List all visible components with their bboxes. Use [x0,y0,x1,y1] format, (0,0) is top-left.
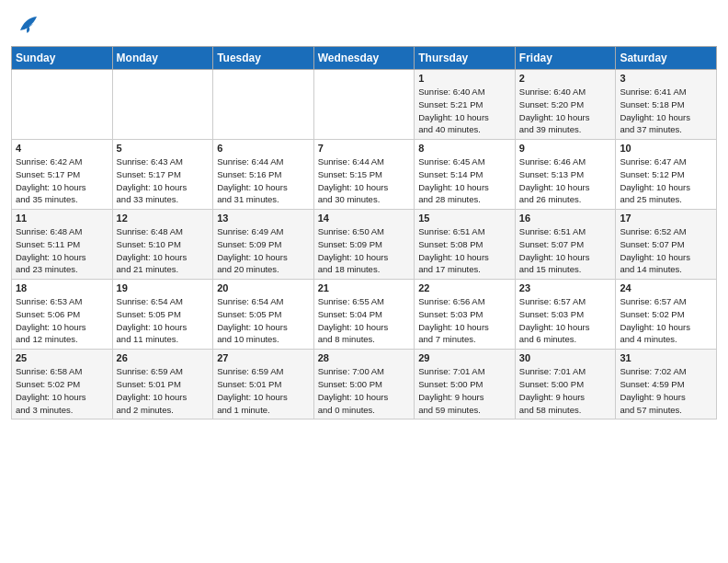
day-detail: Sunrise: 6:50 AM Sunset: 5:09 PM Dayligh… [318,225,411,276]
day-detail: Sunrise: 6:42 AM Sunset: 5:17 PM Dayligh… [16,155,108,206]
calendar-cell: 27Sunrise: 6:59 AM Sunset: 5:01 PM Dayli… [213,350,314,419]
day-number: 22 [418,282,511,293]
week-row-1: 1Sunrise: 6:40 AM Sunset: 5:21 PM Daylig… [12,70,717,140]
calendar-cell: 12Sunrise: 6:48 AM Sunset: 5:10 PM Dayli… [112,210,213,280]
calendar-cell: 20Sunrise: 6:54 AM Sunset: 5:05 PM Dayli… [213,280,314,350]
calendar-cell: 30Sunrise: 7:01 AM Sunset: 5:00 PM Dayli… [515,350,616,419]
calendar-cell [112,70,213,140]
calendar-cell: 19Sunrise: 6:54 AM Sunset: 5:05 PM Dayli… [112,280,213,350]
day-number: 1 [418,73,511,84]
day-header-tuesday: Tuesday [213,47,314,70]
day-detail: Sunrise: 6:57 AM Sunset: 5:02 PM Dayligh… [620,295,712,346]
week-row-5: 25Sunrise: 6:58 AM Sunset: 5:02 PM Dayli… [12,350,717,419]
calendar-cell: 8Sunrise: 6:45 AM Sunset: 5:14 PM Daylig… [415,140,516,210]
calendar-cell: 4Sunrise: 6:42 AM Sunset: 5:17 PM Daylig… [12,140,113,210]
day-detail: Sunrise: 6:53 AM Sunset: 5:06 PM Dayligh… [16,295,108,346]
day-number: 21 [318,282,411,293]
calendar-cell: 18Sunrise: 6:53 AM Sunset: 5:06 PM Dayli… [12,280,113,350]
day-detail: Sunrise: 6:43 AM Sunset: 5:17 PM Dayligh… [117,155,210,206]
day-number: 12 [117,213,210,224]
calendar-cell: 31Sunrise: 7:02 AM Sunset: 4:59 PM Dayli… [616,350,717,419]
day-number: 29 [418,352,511,363]
day-header-friday: Friday [515,47,616,70]
day-number: 20 [217,282,310,293]
calendar-wrapper: SundayMondayTuesdayWednesdayThursdayFrid… [0,46,728,431]
day-number: 11 [16,213,108,224]
day-number: 3 [620,73,712,84]
day-number: 13 [217,213,310,224]
day-detail: Sunrise: 6:45 AM Sunset: 5:14 PM Dayligh… [418,155,511,206]
day-number: 16 [519,213,612,224]
calendar-cell: 14Sunrise: 6:50 AM Sunset: 5:09 PM Dayli… [313,210,415,280]
calendar-cell: 23Sunrise: 6:57 AM Sunset: 5:03 PM Dayli… [515,280,616,350]
day-number: 4 [16,143,108,154]
day-detail: Sunrise: 6:51 AM Sunset: 5:08 PM Dayligh… [418,225,511,276]
calendar-cell: 3Sunrise: 6:41 AM Sunset: 5:18 PM Daylig… [616,70,717,140]
day-detail: Sunrise: 6:47 AM Sunset: 5:12 PM Dayligh… [620,155,712,206]
day-detail: Sunrise: 6:59 AM Sunset: 5:01 PM Dayligh… [117,365,210,416]
calendar-cell [313,70,415,140]
day-detail: Sunrise: 6:48 AM Sunset: 5:11 PM Dayligh… [16,225,108,276]
day-detail: Sunrise: 6:52 AM Sunset: 5:07 PM Dayligh… [620,225,712,276]
day-header-sunday: Sunday [12,47,113,70]
day-number: 26 [117,352,210,363]
calendar-cell: 6Sunrise: 6:44 AM Sunset: 5:16 PM Daylig… [213,140,314,210]
day-number: 10 [620,143,712,154]
day-number: 24 [620,282,712,293]
day-detail: Sunrise: 6:58 AM Sunset: 5:02 PM Dayligh… [16,365,108,416]
calendar-cell: 26Sunrise: 6:59 AM Sunset: 5:01 PM Dayli… [112,350,213,419]
day-number: 14 [318,213,411,224]
calendar-cell: 13Sunrise: 6:49 AM Sunset: 5:09 PM Dayli… [213,210,314,280]
day-detail: Sunrise: 6:57 AM Sunset: 5:03 PM Dayligh… [519,295,612,346]
logo-bird-icon [15,11,42,39]
day-number: 8 [418,143,511,154]
day-number: 27 [217,352,310,363]
day-detail: Sunrise: 6:46 AM Sunset: 5:13 PM Dayligh… [519,155,612,206]
day-header-wednesday: Wednesday [313,47,415,70]
day-detail: Sunrise: 6:51 AM Sunset: 5:07 PM Dayligh… [519,225,612,276]
page-container: SundayMondayTuesdayWednesdayThursdayFrid… [0,0,728,431]
day-header-saturday: Saturday [616,47,717,70]
day-detail: Sunrise: 6:48 AM Sunset: 5:10 PM Dayligh… [117,225,210,276]
calendar-cell: 10Sunrise: 6:47 AM Sunset: 5:12 PM Dayli… [616,140,717,210]
day-header-monday: Monday [112,47,213,70]
day-detail: Sunrise: 6:40 AM Sunset: 5:20 PM Dayligh… [519,86,612,136]
day-detail: Sunrise: 7:02 AM Sunset: 4:59 PM Dayligh… [620,365,712,416]
calendar-cell: 17Sunrise: 6:52 AM Sunset: 5:07 PM Dayli… [616,210,717,280]
day-number: 18 [16,282,108,293]
day-detail: Sunrise: 6:56 AM Sunset: 5:03 PM Dayligh… [418,295,511,346]
day-detail: Sunrise: 7:01 AM Sunset: 5:00 PM Dayligh… [519,365,612,416]
week-row-3: 11Sunrise: 6:48 AM Sunset: 5:11 PM Dayli… [12,210,717,280]
day-detail: Sunrise: 6:44 AM Sunset: 5:15 PM Dayligh… [318,155,411,206]
week-row-4: 18Sunrise: 6:53 AM Sunset: 5:06 PM Dayli… [12,280,717,350]
day-detail: Sunrise: 7:00 AM Sunset: 5:00 PM Dayligh… [318,365,411,416]
day-detail: Sunrise: 6:54 AM Sunset: 5:05 PM Dayligh… [217,295,310,346]
day-detail: Sunrise: 7:01 AM Sunset: 5:00 PM Dayligh… [418,365,511,416]
day-detail: Sunrise: 6:59 AM Sunset: 5:01 PM Dayligh… [217,365,310,416]
calendar-cell: 24Sunrise: 6:57 AM Sunset: 5:02 PM Dayli… [616,280,717,350]
calendar-cell: 16Sunrise: 6:51 AM Sunset: 5:07 PM Dayli… [515,210,616,280]
calendar-cell: 25Sunrise: 6:58 AM Sunset: 5:02 PM Dayli… [12,350,113,419]
day-number: 17 [620,213,712,224]
calendar-header-row: SundayMondayTuesdayWednesdayThursdayFrid… [12,47,717,70]
day-number: 2 [519,73,612,84]
day-number: 31 [620,352,712,363]
day-number: 30 [519,352,612,363]
calendar-cell [12,70,113,140]
day-number: 28 [318,352,411,363]
calendar-cell: 5Sunrise: 6:43 AM Sunset: 5:17 PM Daylig… [112,140,213,210]
day-number: 19 [117,282,210,293]
day-detail: Sunrise: 6:49 AM Sunset: 5:09 PM Dayligh… [217,225,310,276]
calendar-cell: 29Sunrise: 7:01 AM Sunset: 5:00 PM Dayli… [415,350,516,419]
week-row-2: 4Sunrise: 6:42 AM Sunset: 5:17 PM Daylig… [12,140,717,210]
day-number: 6 [217,143,310,154]
day-number: 25 [16,352,108,363]
header [0,0,728,40]
day-detail: Sunrise: 6:41 AM Sunset: 5:18 PM Dayligh… [620,86,712,136]
day-detail: Sunrise: 6:44 AM Sunset: 5:16 PM Dayligh… [217,155,310,206]
day-detail: Sunrise: 6:40 AM Sunset: 5:21 PM Dayligh… [418,86,511,136]
calendar-cell: 7Sunrise: 6:44 AM Sunset: 5:15 PM Daylig… [313,140,415,210]
calendar-cell: 21Sunrise: 6:55 AM Sunset: 5:04 PM Dayli… [313,280,415,350]
day-detail: Sunrise: 6:54 AM Sunset: 5:05 PM Dayligh… [117,295,210,346]
calendar-cell: 28Sunrise: 7:00 AM Sunset: 5:00 PM Dayli… [313,350,415,419]
